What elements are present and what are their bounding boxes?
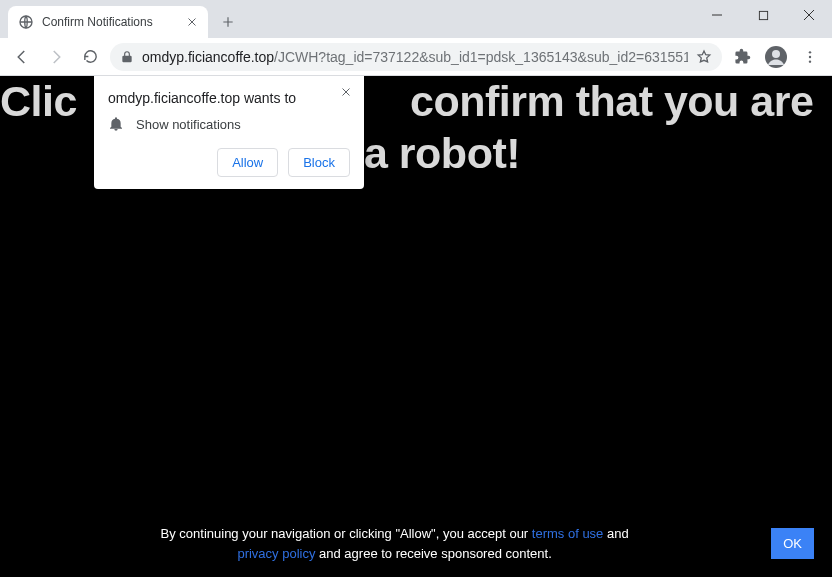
globe-icon	[18, 14, 34, 30]
svg-point-3	[772, 50, 780, 58]
consent-text-mid: and	[603, 526, 628, 541]
window-titlebar: Confirm Notifications	[0, 0, 832, 38]
page-viewport: Clicallow to confirm confirm that you ar…	[0, 76, 832, 577]
lock-icon[interactable]	[120, 50, 134, 64]
consent-text-post: and agree to receive sponsored content.	[315, 546, 551, 561]
consent-bar: By continuing your navigation or clickin…	[0, 514, 832, 577]
svg-point-6	[809, 60, 811, 62]
headline-part2: confirm that you are	[410, 77, 813, 125]
svg-point-5	[809, 55, 811, 57]
close-popup-icon[interactable]	[336, 82, 356, 102]
tab-title: Confirm Notifications	[42, 15, 184, 29]
permission-origin: omdyp.ficiancoffe.top wants to	[108, 90, 350, 106]
terms-link[interactable]: terms of use	[532, 526, 604, 541]
minimize-button[interactable]	[694, 0, 740, 30]
notification-permission-popup: omdyp.ficiancoffe.top wants to Show noti…	[94, 76, 364, 189]
window-controls	[694, 0, 832, 30]
allow-button[interactable]: Allow	[217, 148, 278, 177]
consent-ok-button[interactable]: OK	[771, 528, 814, 559]
url-text: omdyp.ficiancoffe.top/JCWH?tag_id=737122…	[142, 49, 688, 65]
extensions-button[interactable]	[728, 43, 756, 71]
url-path: /JCWH?tag_id=737122&sub_id1=pdsk_1365143…	[274, 49, 688, 65]
consent-text-pre: By continuing your navigation or clickin…	[161, 526, 532, 541]
new-tab-button[interactable]	[214, 8, 242, 36]
browser-toolbar: omdyp.ficiancoffe.top/JCWH?tag_id=737122…	[0, 38, 832, 76]
svg-rect-1	[759, 11, 767, 19]
block-button[interactable]: Block	[288, 148, 350, 177]
permission-kind: Show notifications	[136, 117, 241, 132]
profile-avatar-button[interactable]	[762, 43, 790, 71]
close-tab-icon[interactable]	[184, 14, 200, 30]
reload-button[interactable]	[76, 43, 104, 71]
headline-part1: Clic	[0, 77, 77, 125]
privacy-link[interactable]: privacy policy	[237, 546, 315, 561]
svg-point-4	[809, 51, 811, 53]
bookmark-star-icon[interactable]	[696, 49, 712, 65]
back-button[interactable]	[8, 43, 36, 71]
bell-icon	[108, 116, 124, 132]
browser-tab[interactable]: Confirm Notifications	[8, 6, 208, 38]
address-bar[interactable]: omdyp.ficiancoffe.top/JCWH?tag_id=737122…	[110, 43, 722, 71]
forward-button[interactable]	[42, 43, 70, 71]
maximize-button[interactable]	[740, 0, 786, 30]
url-domain: omdyp.ficiancoffe.top	[142, 49, 274, 65]
close-window-button[interactable]	[786, 0, 832, 30]
consent-message: By continuing your navigation or clickin…	[18, 524, 771, 563]
kebab-menu-button[interactable]	[796, 43, 824, 71]
